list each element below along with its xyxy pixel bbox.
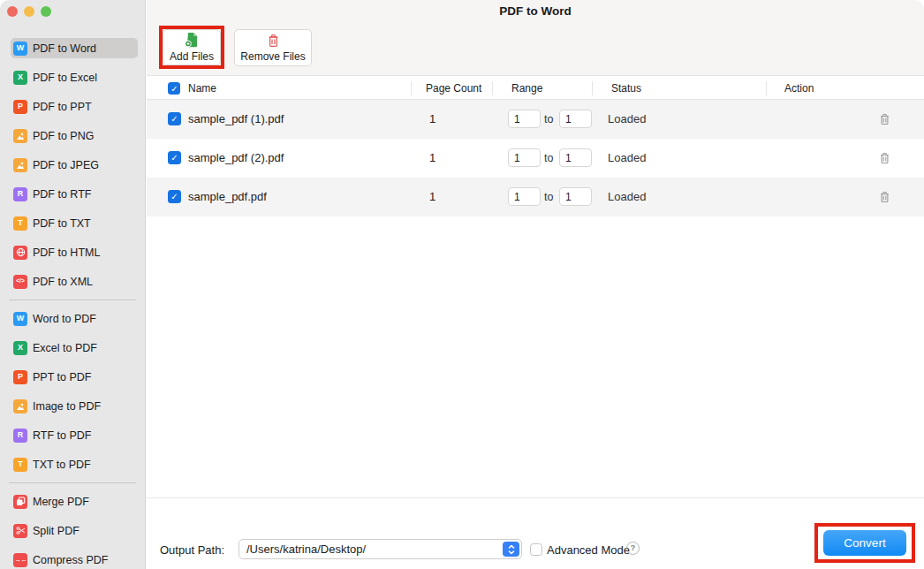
scissors-icon — [13, 524, 27, 538]
select-all-checkbox[interactable] — [168, 82, 180, 95]
range-from-input[interactable] — [508, 148, 541, 167]
compress-icon: →← — [13, 553, 27, 567]
sidebar-item-rtf-to-pdf[interactable]: R RTF to PDF — [11, 425, 138, 445]
sidebar-item-label: PPT to PDF — [33, 371, 91, 383]
range-to-input[interactable] — [559, 110, 592, 128]
sidebar-item-split-pdf[interactable]: Split PDF — [11, 520, 138, 541]
range-separator-label: to — [544, 152, 553, 164]
sidebar-item-label: PDF to HTML — [33, 247, 100, 259]
close-button[interactable] — [7, 6, 18, 17]
page-count-value: 1 — [429, 190, 435, 203]
sidebar: W PDF to Word X PDF to Excel P PDF to PP… — [0, 0, 146, 569]
image-icon — [13, 399, 27, 413]
sidebar-nav: W PDF to Word X PDF to Excel P PDF to PP… — [0, 38, 145, 569]
toolbar: PDF to Word Add Files — [147, 0, 924, 75]
sidebar-item-label: PDF to JPEG — [33, 159, 99, 171]
row-checkbox[interactable] — [168, 112, 181, 125]
add-files-label: Add Files — [170, 50, 214, 63]
column-divider — [492, 81, 493, 95]
sidebar-item-label: RTF to PDF — [33, 429, 91, 442]
sidebar-item-label: PDF to RTF — [33, 188, 91, 201]
image-icon — [13, 129, 27, 143]
range-separator-label: to — [544, 113, 553, 125]
output-path-value: /Users/katrina/Desktop/ — [246, 542, 366, 556]
advanced-mode-label: Advanced Mode — [547, 543, 630, 557]
sidebar-item-label: PDF to TXT — [33, 217, 91, 230]
sidebar-item-image-to-pdf[interactable]: Image to PDF — [11, 396, 138, 416]
excel-icon: X — [13, 71, 27, 85]
column-divider — [411, 81, 412, 95]
add-file-icon — [185, 32, 200, 48]
sidebar-item-pdf-to-ppt[interactable]: P PDF to PPT — [11, 96, 138, 117]
trash-icon[interactable] — [879, 113, 891, 125]
txt-icon: T — [13, 216, 27, 231]
advanced-mode-checkbox[interactable] — [530, 543, 542, 556]
image-icon — [13, 158, 27, 172]
table-row[interactable]: sample_pdf (1).pdf 1 to Loaded — [147, 100, 924, 139]
column-header-page-count[interactable]: Page Count — [426, 82, 481, 95]
column-divider — [766, 81, 767, 95]
range-to-input[interactable] — [559, 148, 592, 167]
sidebar-item-label: Image to PDF — [33, 400, 101, 413]
file-name: sample_pdf (2).pdf — [188, 151, 284, 164]
help-icon[interactable]: ? — [626, 542, 640, 555]
row-checkbox[interactable] — [168, 190, 181, 203]
convert-button[interactable]: Convert — [823, 530, 906, 556]
page-title: PDF to Word — [147, 4, 924, 18]
sidebar-item-pdf-to-excel[interactable]: X PDF to Excel — [11, 67, 138, 87]
trash-icon[interactable] — [879, 191, 891, 203]
zoom-button[interactable] — [41, 6, 51, 17]
status-text: Loaded — [608, 112, 646, 125]
range-from-input[interactable] — [508, 187, 541, 206]
excel-icon: X — [13, 341, 27, 355]
column-header-range[interactable]: Range — [511, 82, 542, 95]
file-name: sample_pdf (1).pdf — [188, 112, 284, 125]
sidebar-divider — [9, 482, 136, 483]
sidebar-item-label: Word to PDF — [33, 313, 96, 325]
range-from-input[interactable] — [508, 110, 541, 128]
range-to-input[interactable] — [559, 187, 592, 206]
sidebar-item-pdf-to-txt[interactable]: T PDF to TXT — [11, 213, 138, 233]
sidebar-item-label: Merge PDF — [33, 496, 89, 508]
sidebar-item-label: Split PDF — [33, 525, 80, 537]
table-row[interactable]: sample_pdf.pdf 1 to Loaded — [147, 178, 924, 216]
file-name: sample_pdf.pdf — [188, 190, 267, 203]
sidebar-item-pdf-to-jpeg[interactable]: PDF to JPEG — [11, 155, 138, 175]
page-count-value: 1 — [429, 151, 435, 164]
merge-icon — [13, 495, 27, 509]
output-path-select[interactable]: /Users/katrina/Desktop/ — [239, 539, 522, 559]
sidebar-item-merge-pdf[interactable]: Merge PDF — [11, 491, 138, 512]
sidebar-item-pdf-to-rtf[interactable]: R PDF to RTF — [11, 184, 138, 204]
add-files-button[interactable]: Add Files — [163, 29, 221, 65]
column-header-name[interactable]: Name — [188, 82, 216, 95]
table-row[interactable]: sample_pdf (2).pdf 1 to Loaded — [147, 139, 924, 178]
column-header-action[interactable]: Action — [784, 82, 814, 95]
ppt-icon: P — [13, 370, 27, 384]
table-header: Name Page Count Range Status Action — [147, 75, 924, 100]
sidebar-item-label: PDF to PPT — [33, 101, 92, 113]
trash-icon[interactable] — [879, 152, 891, 164]
sidebar-item-ppt-to-pdf[interactable]: P PPT to PDF — [11, 367, 138, 387]
sidebar-item-label: PDF to Word — [33, 42, 96, 55]
column-header-status[interactable]: Status — [611, 82, 641, 95]
sidebar-item-excel-to-pdf[interactable]: X Excel to PDF — [11, 338, 138, 358]
page-count-value: 1 — [429, 112, 435, 125]
sidebar-item-pdf-to-html[interactable]: PDF to HTML — [11, 242, 138, 262]
status-text: Loaded — [608, 190, 646, 203]
sidebar-item-word-to-pdf[interactable]: W Word to PDF — [11, 308, 138, 329]
main-area: PDF to Word Add Files — [147, 0, 924, 569]
sidebar-item-pdf-to-word[interactable]: W PDF to Word — [11, 38, 138, 58]
remove-files-button[interactable]: Remove Files — [234, 29, 312, 66]
sidebar-item-label: PDF to Excel — [33, 72, 97, 84]
minimize-button[interactable] — [24, 6, 34, 17]
sidebar-divider — [9, 300, 136, 300]
row-checkbox[interactable] — [168, 151, 181, 164]
sidebar-item-compress-pdf[interactable]: →← Compress PDF — [11, 550, 138, 569]
sidebar-item-pdf-to-png[interactable]: PDF to PNG — [11, 125, 138, 146]
word-icon: W — [13, 312, 27, 326]
sidebar-item-pdf-to-xml[interactable]: </> PDF to XML — [11, 271, 138, 292]
sidebar-item-txt-to-pdf[interactable]: T TXT to PDF — [11, 454, 138, 474]
stepper-icon[interactable] — [503, 542, 519, 557]
trash-icon — [267, 34, 280, 48]
sidebar-item-label: PDF to XML — [33, 276, 93, 288]
